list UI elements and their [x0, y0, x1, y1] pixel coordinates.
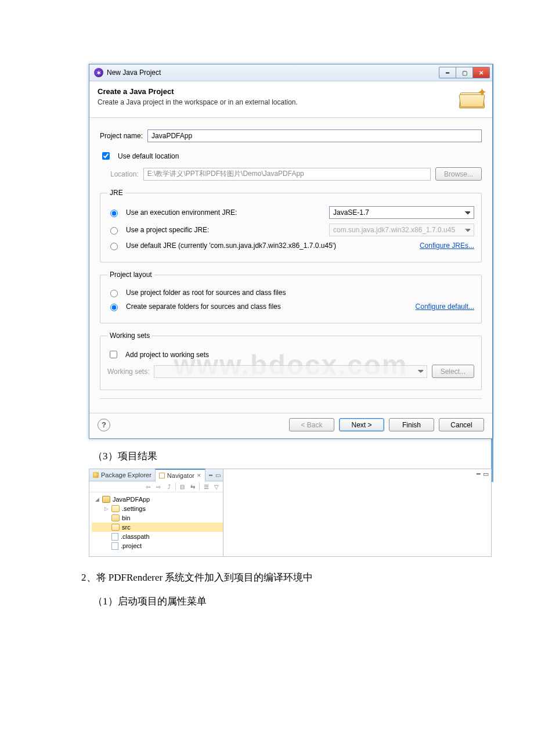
- project-layout-group: Project layout Use project folder as roo…: [100, 271, 482, 323]
- footer-divider: [100, 398, 482, 399]
- minimize-view-icon[interactable]: ━: [477, 470, 481, 478]
- tree-label: JavaPDFApp: [113, 496, 150, 503]
- browse-button: Browse...: [435, 167, 482, 181]
- wizard-image: ✦: [457, 87, 485, 109]
- navigator-view: Package Explorer Navigator ✕ ━ ▭ ⇦ ⇨ ⤴ ⊟: [89, 469, 223, 557]
- maximize-view-icon[interactable]: ▭: [483, 470, 489, 478]
- tab-navigator[interactable]: Navigator ✕: [155, 469, 205, 482]
- jre-default-radio[interactable]: [110, 243, 118, 250]
- jre-project-select: com.sun.java.jdk7.win32.x86_1.7.0.u45: [329, 224, 474, 236]
- filter-icon[interactable]: ☰: [202, 483, 210, 491]
- forward-icon[interactable]: ⇨: [154, 483, 163, 491]
- tree-label: src: [122, 524, 131, 531]
- close-button[interactable]: ✕: [473, 67, 490, 78]
- tree-label: .project: [121, 542, 142, 549]
- layout-root-radio[interactable]: [110, 290, 118, 297]
- wsets-label: Working sets:: [107, 368, 149, 376]
- navigator-toolbar: ⇦ ⇨ ⤴ ⊟ ⇆ ☰ ▽: [89, 481, 223, 492]
- back-icon[interactable]: ⇦: [144, 483, 152, 491]
- maximize-view-icon[interactable]: ▭: [215, 472, 221, 478]
- minimize-button[interactable]: ━: [439, 67, 456, 78]
- doc-line-2: 2、将 PDFRenderer 系统文件加入到项目的编译环境中: [81, 571, 493, 584]
- maximize-button[interactable]: ▢: [456, 67, 473, 78]
- jre-env-radio[interactable]: [110, 210, 118, 217]
- up-icon[interactable]: ⤴: [165, 483, 173, 491]
- link-editor-icon[interactable]: ⇆: [189, 483, 197, 491]
- tree-project[interactable]: ◢ JavaPDFApp: [92, 495, 223, 504]
- expand-icon[interactable]: ◢: [94, 496, 100, 502]
- collapse-all-icon[interactable]: ⊟: [178, 483, 186, 491]
- tree-bin[interactable]: bin: [92, 513, 223, 523]
- jre-group: JRE Use an execution environment JRE: Ja…: [100, 189, 482, 262]
- banner-heading: Create a Java Project: [98, 87, 457, 96]
- next-button[interactable]: Next >: [339, 418, 384, 431]
- eclipse-icon: ✶: [94, 68, 103, 77]
- tree-label: .settings: [122, 505, 146, 512]
- location-input: [143, 168, 431, 181]
- cancel-button[interactable]: Cancel: [439, 418, 484, 431]
- project-name-input[interactable]: [147, 129, 482, 142]
- view-menu-icon[interactable]: ▽: [212, 483, 221, 491]
- wsets-legend: Working sets: [107, 332, 152, 340]
- doc-line-1: （3）项目结果: [93, 449, 493, 463]
- tree-classpath[interactable]: .classpath: [92, 532, 223, 541]
- file-icon: [111, 542, 118, 550]
- folder-icon: [111, 514, 120, 521]
- jre-project-radio[interactable]: [110, 227, 118, 235]
- help-icon[interactable]: ?: [98, 419, 110, 431]
- package-icon: [93, 472, 99, 478]
- expand-icon[interactable]: ▷: [103, 506, 109, 512]
- titlebar: ✶ New Java Project ━ ▢ ✕: [89, 64, 492, 81]
- tab-label: Package Explorer: [101, 471, 151, 478]
- project-name-label: Project name:: [100, 132, 143, 140]
- use-default-location-label: Use default location: [118, 152, 179, 160]
- close-icon[interactable]: ✕: [197, 473, 201, 478]
- navigator-tree[interactable]: ◢ JavaPDFApp ▷ .settings bin src: [89, 492, 223, 556]
- doc-line-3: （1）启动项目的属性菜单: [93, 595, 493, 608]
- jre-project-label: Use a project specific JRE:: [126, 226, 324, 234]
- configure-jres-link[interactable]: Configure JREs...: [420, 242, 474, 250]
- back-button: < Back: [289, 418, 334, 431]
- finish-button[interactable]: Finish: [389, 418, 434, 431]
- minimize-view-icon[interactable]: ━: [207, 472, 214, 478]
- layout-legend: Project layout: [107, 271, 154, 279]
- layout-separate-label: Create separate folders for sources and …: [126, 303, 411, 311]
- working-sets-group: Working sets www.bdocx.com Add project t…: [100, 332, 482, 390]
- new-java-project-dialog: ✶ New Java Project ━ ▢ ✕ Create a Java P…: [89, 64, 493, 439]
- tree-src[interactable]: src: [92, 523, 223, 532]
- use-default-location-checkbox[interactable]: [102, 152, 110, 160]
- folder-icon: [111, 524, 120, 531]
- tree-project-file[interactable]: .project: [92, 541, 223, 550]
- banner-sub: Create a Java project in the workspace o…: [98, 98, 457, 106]
- wizard-footer: ? < Back Next > Finish Cancel: [89, 413, 492, 438]
- navigator-icon: [159, 473, 165, 478]
- add-to-wsets-checkbox[interactable]: [110, 351, 117, 358]
- editor-area: ━ ▭: [223, 469, 492, 557]
- plus-icon: ✦: [478, 86, 486, 99]
- jre-default-label: Use default JRE (currently 'com.sun.java…: [126, 242, 415, 250]
- tab-package-explorer[interactable]: Package Explorer: [89, 469, 155, 481]
- wsets-select-button: Select...: [432, 365, 474, 378]
- add-to-wsets-label: Add project to working sets: [125, 351, 209, 359]
- location-label: Location:: [110, 170, 139, 178]
- tree-label: .classpath: [121, 533, 150, 540]
- tree-settings[interactable]: ▷ .settings: [92, 504, 223, 513]
- layout-separate-radio[interactable]: [110, 304, 118, 311]
- project-icon: [102, 496, 110, 503]
- folder-icon: [111, 505, 120, 512]
- layout-root-label: Use project folder as root for sources a…: [126, 289, 286, 297]
- jre-env-label: Use an execution environment JRE:: [126, 208, 324, 217]
- tab-label: Navigator: [167, 472, 194, 479]
- jre-legend: JRE: [107, 189, 125, 197]
- tree-label: bin: [122, 514, 131, 521]
- file-icon: [111, 533, 118, 541]
- wsets-select: [154, 365, 427, 378]
- configure-default-link[interactable]: Configure default...: [416, 303, 474, 311]
- jre-env-select[interactable]: JavaSE-1.7: [329, 206, 474, 219]
- window-title: New Java Project: [107, 69, 439, 77]
- wizard-banner: Create a Java Project Create a Java proj…: [89, 81, 492, 118]
